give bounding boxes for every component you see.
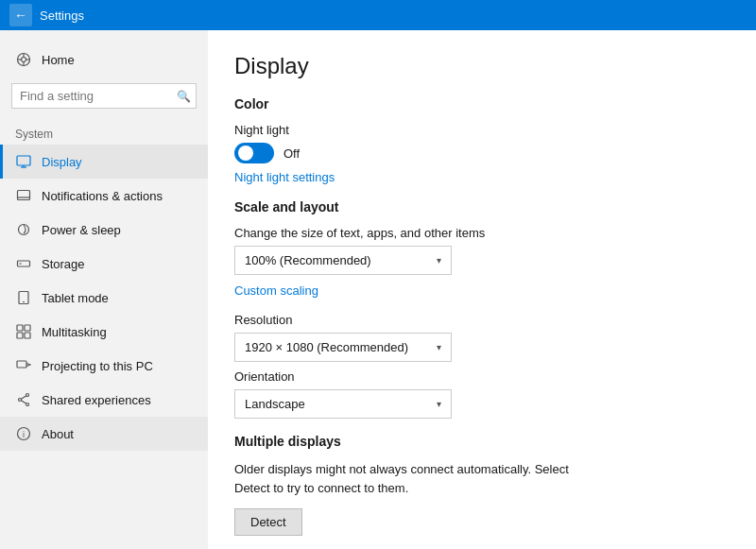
color-section: Color Night light Off Night light settin… [234,96,730,199]
svg-rect-19 [25,333,30,338]
about-icon: i [15,425,32,442]
svg-text:i: i [23,430,25,439]
svg-rect-18 [17,333,23,338]
back-icon: ← [14,8,27,23]
svg-rect-20 [17,361,26,368]
sidebar-item-display[interactable]: Display [0,145,208,179]
main-content: Display Color Night light Off Night ligh… [208,30,756,549]
multiple-displays-description: Older displays might not always connect … [234,460,593,497]
detect-button[interactable]: Detect [234,508,302,536]
night-light-state: Off [284,146,300,161]
sidebar-item-home[interactable]: Home [0,42,208,77]
svg-line-24 [21,396,26,399]
sidebar-item-shared[interactable]: Shared experiences [0,383,208,417]
sidebar-multitasking-label: Multitasking [42,325,107,339]
sidebar-item-about[interactable]: i About [0,417,208,451]
size-dropdown[interactable]: 100% (Recommended) ▾ [234,246,452,275]
search-icon: 🔍 [177,90,191,103]
search-container: 🔍 [11,83,197,109]
size-value: 100% (Recommended) [245,253,371,267]
sidebar-display-label: Display [42,155,82,169]
system-section-label: System [0,120,208,145]
multiple-displays-heading: Multiple displays [234,434,730,449]
svg-rect-12 [18,261,30,266]
resolution-value: 1920 × 1080 (Recommended) [245,340,408,354]
night-light-row: Off [234,143,730,163]
multitasking-icon [15,323,32,340]
night-light-toggle[interactable] [234,143,274,163]
svg-point-1 [22,58,26,62]
power-icon [15,221,32,238]
size-label: Change the size of text, apps, and other… [234,226,730,240]
svg-point-22 [19,399,22,402]
sidebar-projecting-label: Projecting to this PC [42,359,153,373]
titlebar: ← Settings [0,0,756,30]
custom-scaling-link[interactable]: Custom scaling [234,283,318,298]
sidebar-notifications-label: Notifications & actions [42,189,163,203]
night-light-settings-link[interactable]: Night light settings [234,170,335,184]
shared-icon [15,391,32,408]
app-container: Home 🔍 System Display [0,30,756,549]
sidebar-item-tablet[interactable]: Tablet mode [0,281,208,315]
sidebar-item-notifications[interactable]: Notifications & actions [0,179,208,213]
multiple-displays-section: Multiple displays Older displays might n… [234,434,730,549]
app-title: Settings [40,9,84,23]
page-title: Display [234,53,730,79]
sidebar-home-label: Home [42,53,75,67]
sidebar-power-label: Power & sleep [42,223,121,237]
svg-point-21 [26,394,29,397]
home-icon [15,51,32,68]
display-icon [15,153,32,170]
orientation-label: Orientation [234,369,730,384]
tablet-icon [15,289,32,306]
svg-rect-6 [17,156,30,165]
night-light-label: Night light [234,123,730,137]
scale-heading: Scale and layout [234,199,730,214]
orientation-value: Landscape [245,397,305,411]
svg-point-23 [26,403,29,406]
svg-rect-17 [25,325,30,331]
color-heading: Color [234,96,730,112]
search-input[interactable] [11,83,197,109]
orientation-dropdown-arrow: ▾ [437,399,441,409]
svg-rect-9 [18,191,30,200]
notifications-icon [15,187,32,204]
back-button[interactable]: ← [9,4,32,26]
svg-rect-16 [17,325,23,331]
sidebar-item-storage[interactable]: Storage [0,247,208,281]
sidebar-shared-label: Shared experiences [42,393,151,407]
toggle-knob [238,146,253,161]
svg-line-25 [21,401,26,403]
resolution-dropdown[interactable]: 1920 × 1080 (Recommended) ▾ [234,333,452,362]
sidebar-item-power[interactable]: Power & sleep [0,213,208,247]
orientation-dropdown[interactable]: Landscape ▾ [234,389,452,419]
sidebar-item-multitasking[interactable]: Multitasking [0,315,208,349]
projecting-icon [15,357,32,374]
sidebar: Home 🔍 System Display [0,30,208,549]
storage-icon [15,255,32,272]
size-dropdown-arrow: ▾ [437,255,441,266]
scale-section: Scale and layout Change the size of text… [234,199,730,419]
sidebar-storage-label: Storage [42,257,85,271]
sidebar-item-projecting[interactable]: Projecting to this PC [0,349,208,383]
sidebar-about-label: About [42,427,74,441]
sidebar-tablet-label: Tablet mode [42,291,109,305]
resolution-label: Resolution [234,313,730,327]
resolution-dropdown-arrow: ▾ [437,342,441,352]
